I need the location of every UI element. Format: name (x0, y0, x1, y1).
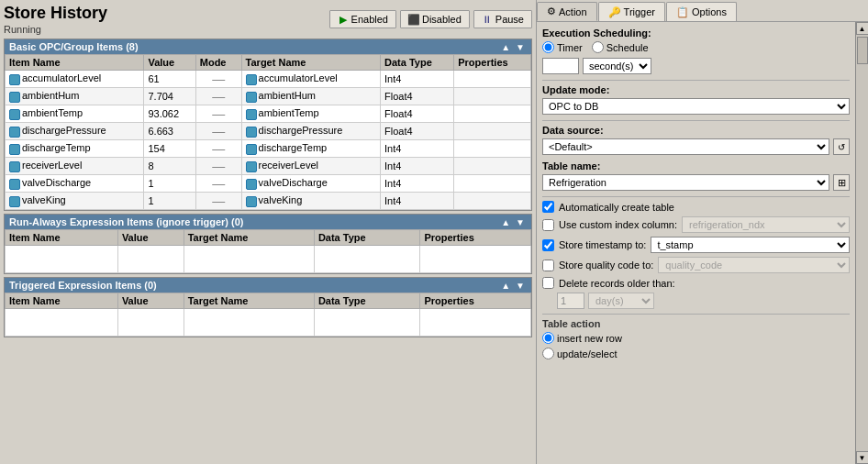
triggered-table: Item Name Value Target Name Data Type Pr… (5, 293, 531, 337)
auto-create-checkbox[interactable] (542, 201, 554, 213)
table-row[interactable]: valveDischarge 1 — valveDischarge Int4 (6, 175, 531, 193)
disabled-button[interactable]: ⬛ Disabled (400, 10, 470, 28)
mode-dash: — (212, 72, 225, 86)
table-row[interactable]: receiverLevel 8 — receiverLevel Int4 (6, 158, 531, 175)
pause-icon: ⏸ (482, 14, 493, 25)
enabled-button[interactable]: ▶ Enabled (329, 10, 396, 28)
cell-dtype: Int4 (381, 140, 454, 158)
scroll-down-arrow[interactable]: ▼ (856, 451, 869, 464)
right-content: Execution Scheduling: Timer Schedule 10 … (537, 22, 855, 464)
data-source-row: <Default> ↺ (542, 138, 850, 155)
header-area: Store History Running ▶ Enabled ⬛ Disabl… (4, 4, 532, 35)
run-always-down[interactable]: ▼ (514, 217, 527, 227)
table-name-select[interactable]: Refrigeration (542, 174, 829, 191)
table-row[interactable]: dischargePressure 6.663 — dischargePress… (6, 123, 531, 140)
run-always-up[interactable]: ▲ (499, 217, 512, 227)
delete-records-label: Delete records older than: (559, 278, 675, 289)
cell-item-name: ambientHum (6, 88, 144, 105)
custom-index-select[interactable]: refrigeration_ndx (682, 216, 850, 233)
tab-options[interactable]: 📋 Options (666, 2, 737, 21)
store-quality-select[interactable]: quality_code (658, 257, 850, 273)
custom-index-checkbox[interactable] (542, 219, 554, 231)
ra-col-target-name: Target Name (184, 230, 314, 246)
cell-mode: — (195, 140, 241, 158)
schedule-radio[interactable] (592, 41, 604, 53)
action-tab-icon: ⚙ (547, 6, 556, 17)
options-tab-icon: 📋 (676, 6, 689, 18)
ra-col-data-type: Data Type (314, 230, 420, 246)
insert-new-row-radio[interactable] (542, 332, 554, 344)
triggered-header: Triggered Expression Items (0) ▲ ▼ (5, 278, 531, 293)
triggered-up[interactable]: ▲ (499, 281, 512, 291)
table-row[interactable]: ambientHum 7.704 — ambientHum Float4 (6, 88, 531, 105)
cell-dtype: Float4 (381, 88, 454, 105)
cell-target: valveDischarge (241, 175, 380, 193)
update-select-radio[interactable] (542, 348, 554, 359)
triggered-title: Triggered Expression Items (0) (9, 280, 157, 291)
tr-col-value: Value (117, 293, 184, 309)
run-always-empty-row (6, 246, 531, 273)
opc-item-icon (9, 161, 20, 172)
scroll-up-arrow[interactable]: ▲ (856, 22, 869, 35)
cell-target: receiverLevel (241, 158, 380, 175)
cell-target: valveKing (241, 193, 380, 210)
basic-opc-up[interactable]: ▲ (499, 42, 512, 52)
target-icon (246, 196, 257, 207)
schedule-radio-label[interactable]: Schedule (592, 41, 649, 53)
store-quality-label: Store quality code to: (559, 260, 653, 271)
cell-value: 154 (144, 140, 195, 158)
table-row[interactable]: dischargeTemp 154 — dischargeTemp Int4 (6, 140, 531, 158)
app-subtitle: Running (4, 24, 107, 35)
tab-trigger[interactable]: 🔑 Trigger (598, 2, 665, 21)
pause-button[interactable]: ⏸ Pause (473, 10, 532, 28)
table-row[interactable]: accumulatorLevel 61 — accumulatorLevel I… (6, 71, 531, 88)
timer-value-input[interactable]: 10 (542, 58, 579, 74)
triggered-section: Triggered Expression Items (0) ▲ ▼ Item … (4, 277, 532, 337)
table-browse-btn[interactable]: ⊞ (833, 174, 850, 191)
cell-mode: — (195, 175, 241, 193)
cell-props (454, 158, 531, 175)
run-always-header: Run-Always Expression Items (ignore trig… (5, 215, 531, 229)
timer-unit-select[interactable]: second(s) minute(s) hour(s) (583, 58, 651, 74)
timer-radio[interactable] (542, 41, 554, 53)
table-row[interactable]: ambientTemp 93.062 — ambientTemp Float4 (6, 105, 531, 123)
cell-mode: — (195, 88, 241, 105)
cell-dtype: Float4 (381, 105, 454, 123)
cell-item-name: ambientTemp (6, 105, 144, 123)
scroll-thumb[interactable] (857, 37, 868, 64)
ra-col-item-name: Item Name (6, 230, 118, 246)
play-icon: ▶ (338, 14, 349, 25)
opc-item-icon (9, 179, 20, 190)
target-icon (246, 92, 257, 103)
data-source-select[interactable]: <Default> (542, 138, 829, 155)
cell-props (454, 140, 531, 158)
data-source-refresh[interactable]: ↺ (833, 138, 850, 155)
delete-records-row: Delete records older than: (542, 277, 850, 289)
store-timestamp-select[interactable]: t_stamp (651, 237, 850, 253)
opc-item-icon (9, 74, 20, 85)
update-mode-select[interactable]: OPC to DB DB to OPC Expression (542, 98, 850, 115)
cell-props (454, 123, 531, 140)
timer-radio-label[interactable]: Timer (542, 41, 583, 53)
auto-create-label: Automatically create table (559, 202, 674, 213)
insert-new-row-label[interactable]: insert new row (542, 332, 622, 344)
opc-item-icon (9, 109, 20, 120)
opc-item-icon (9, 196, 20, 207)
delete-records-unit-select[interactable]: day(s) week(s) month(s) (588, 293, 654, 309)
delete-records-checkbox[interactable] (542, 277, 554, 289)
update-select-label[interactable]: update/select (542, 348, 617, 359)
store-timestamp-checkbox[interactable] (542, 239, 554, 251)
tab-action[interactable]: ⚙ Action (537, 2, 597, 21)
mode-dash: — (212, 106, 225, 121)
table-row[interactable]: valveKing 1 — valveKing Int4 (6, 193, 531, 210)
title-area: Store History Running (4, 4, 107, 35)
triggered-down[interactable]: ▼ (514, 281, 527, 291)
basic-opc-down[interactable]: ▼ (514, 42, 527, 52)
store-quality-checkbox[interactable] (542, 260, 554, 271)
update-select-text: update/select (557, 348, 617, 359)
toolbar-buttons: ▶ Enabled ⬛ Disabled ⏸ Pause (329, 10, 532, 28)
cell-target: dischargePressure (241, 123, 380, 140)
delete-records-value-input[interactable] (557, 293, 584, 309)
cell-mode: — (195, 71, 241, 88)
timer-label: Timer (557, 42, 583, 53)
